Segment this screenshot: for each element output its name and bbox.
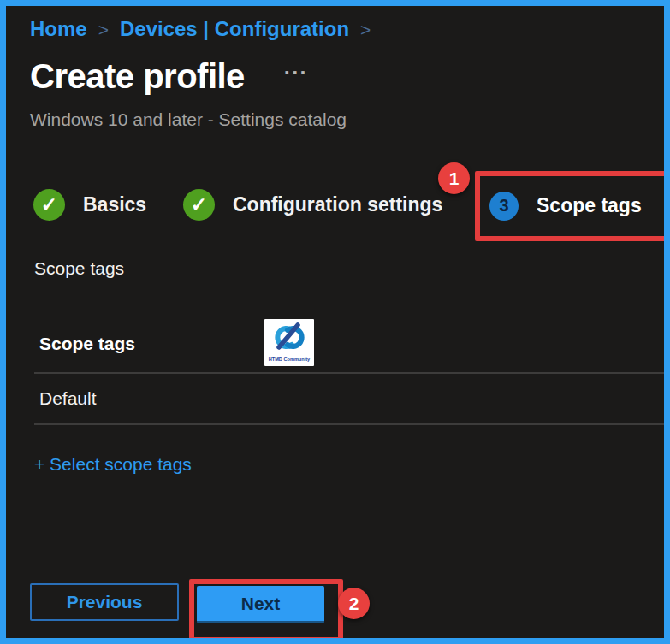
- breadcrumb-home-link[interactable]: Home: [30, 17, 87, 41]
- step-number-badge: 3: [489, 192, 519, 221]
- htmd-logo-icon: HTMD Community: [264, 319, 314, 366]
- breadcrumb-separator-icon: >: [98, 18, 109, 40]
- breadcrumb-separator-icon: >: [360, 18, 371, 40]
- htmd-logo-text: HTMD Community: [269, 357, 311, 362]
- create-profile-panel: Home > Devices | Configuration > Create …: [0, 0, 670, 644]
- next-button[interactable]: Next: [197, 586, 324, 623]
- annotation-callout-badge: 2: [338, 588, 370, 619]
- table-row-scope-tag: Default: [39, 388, 97, 409]
- breadcrumb-devices-configuration-link[interactable]: Devices | Configuration: [120, 17, 349, 41]
- htmd-community-logo: HTMD Community: [264, 319, 314, 366]
- select-scope-tags-link[interactable]: + Select scope tags: [34, 454, 192, 475]
- annotation-callout-badge: 1: [438, 162, 470, 194]
- page-title: Create profile: [30, 57, 245, 96]
- breadcrumb: Home > Devices | Configuration >: [30, 17, 371, 41]
- divider: [34, 372, 664, 374]
- previous-button[interactable]: Previous: [30, 583, 179, 621]
- step-label: Scope tags: [537, 194, 642, 217]
- more-options-icon[interactable]: ···: [284, 61, 308, 86]
- step-complete-icon: ✓: [33, 189, 65, 221]
- divider: [34, 423, 664, 425]
- step-label: Basics: [83, 193, 146, 216]
- table-column-header: Scope tags: [39, 334, 135, 354]
- title-row: Create profile ···: [30, 57, 308, 96]
- step-label: Configuration settings: [233, 193, 442, 216]
- page-subtitle: Windows 10 and later - Settings catalog: [30, 109, 347, 130]
- tab-configuration-settings[interactable]: ✓ Configuration settings: [183, 189, 442, 221]
- section-label-scope-tags: Scope tags: [34, 258, 124, 279]
- tab-basics[interactable]: ✓ Basics: [33, 189, 146, 221]
- step-complete-icon: ✓: [183, 189, 215, 221]
- tab-scope-tags[interactable]: 3 Scope tags: [489, 190, 642, 222]
